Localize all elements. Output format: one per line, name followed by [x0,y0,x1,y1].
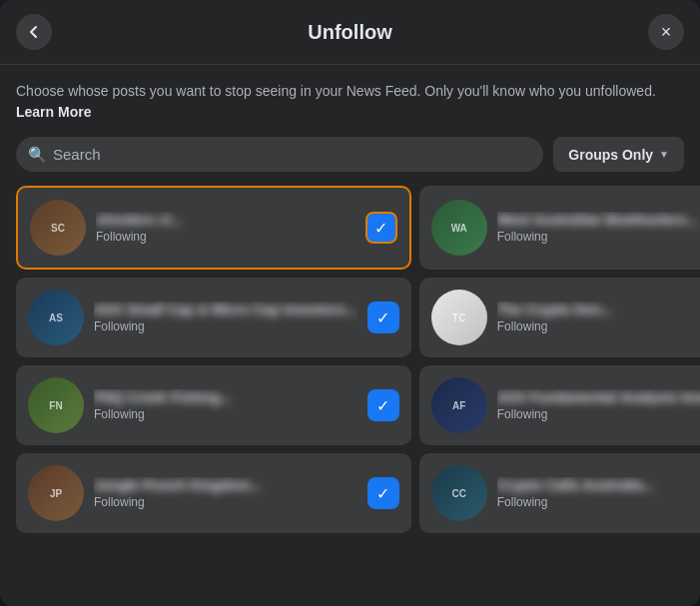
card-name-2: West Australian Bowhunters... [497,212,700,228]
card-sub-6: Following [497,407,700,421]
card-item-3[interactable]: ASASX Small Cap & Micro Cap Investors...… [16,278,411,357]
avatar-1: SC [30,200,86,256]
check-button-5[interactable]: ✓ [367,389,399,421]
unfollow-modal: Unfollow × Choose whose posts you want t… [0,0,700,606]
card-item-4[interactable]: TCThe Crypto Den...Following✓ [419,278,700,357]
check-button-7[interactable]: ✓ [367,477,399,509]
card-info-2: West Australian Bowhunters...Following [497,212,700,244]
search-wrapper: 🔍 [16,137,543,172]
card-name-8: Crypto Calls Australia... [497,477,700,493]
check-button-1[interactable]: ✓ [365,212,397,244]
card-sub-7: Following [94,495,357,509]
avatar-8: CC [431,465,487,521]
filter-caret-icon: ▼ [659,149,669,160]
search-filter-row: 🔍 Groups Only ▼ [16,137,684,172]
card-info-4: The Crypto Den...Following [497,302,700,333]
card-name-7: Jungle Punch Kingdom... [94,477,357,493]
learn-more-link[interactable]: Learn More [16,104,91,120]
description-text: Choose whose posts you want to stop seei… [16,81,684,123]
card-item-8[interactable]: CCCrypto Calls Australia...Following✓ [419,453,700,533]
card-item-2[interactable]: WAWest Australian Bowhunters...Following… [419,186,700,270]
card-name-6: ASX Fundamental Analysis Investors... [497,389,700,405]
card-info-8: Crypto Calls Australia...Following [497,477,700,509]
card-item-6[interactable]: AFASX Fundamental Analysis Investors...F… [419,365,700,445]
card-info-6: ASX Fundamental Analysis Investors...Fol… [497,389,700,421]
card-sub-4: Following [497,319,700,333]
search-input[interactable] [16,137,543,172]
modal-header: Unfollow × [0,0,700,65]
check-button-3[interactable]: ✓ [367,302,399,333]
avatar-7: JP [28,465,84,521]
card-info-7: Jungle Punch Kingdom...Following [94,477,357,509]
close-button[interactable]: × [648,14,684,50]
avatar-3: AS [28,290,84,345]
filter-button[interactable]: Groups Only ▼ [553,137,684,172]
avatar-5: FN [28,377,84,433]
card-name-5: FNQ Creek Fishing... [94,389,357,405]
card-sub-8: Following [497,495,700,509]
cards-grid: SCshooters cl...Following✓WAWest Austral… [16,186,684,533]
card-info-5: FNQ Creek Fishing...Following [94,389,357,421]
card-item-5[interactable]: FNFNQ Creek Fishing...Following✓ [16,365,411,445]
back-button[interactable] [16,14,52,50]
card-info-3: ASX Small Cap & Micro Cap Investors...Fo… [94,302,357,333]
avatar-6: AF [431,377,487,433]
card-name-4: The Crypto Den... [497,302,700,317]
modal-body: Choose whose posts you want to stop seei… [0,65,700,606]
card-sub-2: Following [497,230,700,244]
modal-title: Unfollow [308,21,391,44]
card-name-3: ASX Small Cap & Micro Cap Investors... [94,302,357,317]
card-info-1: shooters cl...Following [96,212,355,244]
card-name-1: shooters cl... [96,212,355,228]
card-sub-1: Following [96,230,355,244]
filter-label: Groups Only [568,147,653,163]
avatar-2: WA [431,200,487,256]
card-item-1[interactable]: SCshooters cl...Following✓ [16,186,411,270]
avatar-4: TC [431,290,487,345]
close-icon: × [661,22,672,43]
card-item-7[interactable]: JPJungle Punch Kingdom...Following✓ [16,453,411,533]
card-sub-5: Following [94,407,357,421]
card-sub-3: Following [94,319,357,333]
